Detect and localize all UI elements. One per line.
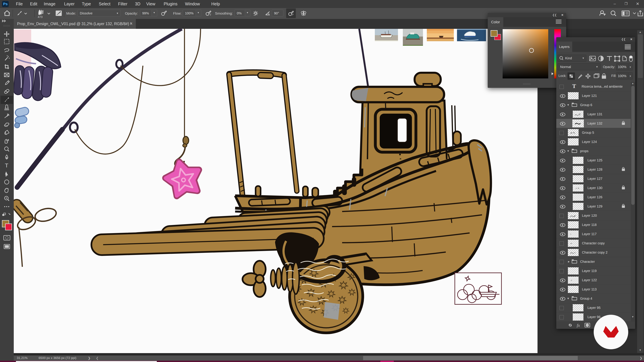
- svg-text:fx: fx: [577, 323, 580, 328]
- svg-text:473: 473: [38, 15, 42, 18]
- svg-text:T: T: [5, 162, 8, 169]
